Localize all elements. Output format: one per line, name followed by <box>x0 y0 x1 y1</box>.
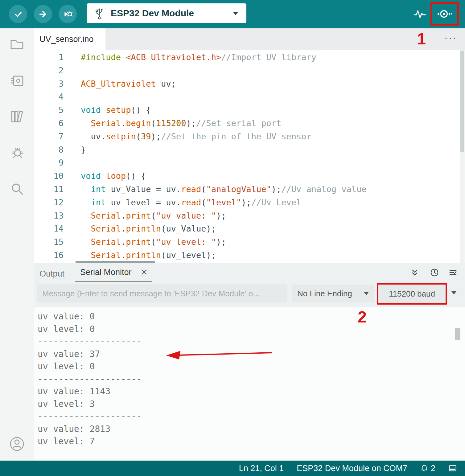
code-line: 11 int uv_Value = uv.read("analogValue")… <box>34 183 460 196</box>
code-line-content: Serial.println(uv_level); <box>64 249 216 262</box>
notification-count: 2 <box>431 464 435 473</box>
code-line-content: Serial.print("uv level: "); <box>64 236 226 249</box>
toggle-panel-button[interactable] <box>448 464 457 472</box>
serial-output-line: uv level: 7 <box>38 435 465 448</box>
cursor-position[interactable]: Ln 21, Col 1 <box>239 464 284 473</box>
code-editor[interactable]: 1#include <ACB_Ultraviolet.h>//Import UV… <box>34 50 460 263</box>
line-number: 14 <box>34 222 64 236</box>
code-line-content: Serial.begin(115200);//Set serial port <box>64 117 281 130</box>
board-port-status[interactable]: ESP32 Dev Module on COM7 <box>297 464 407 473</box>
verify-button[interactable] <box>9 5 27 23</box>
usb-icon <box>95 6 104 20</box>
serial-output-line: uv value: 2813 <box>38 423 465 436</box>
annotation-step2-number: 2 <box>358 308 367 326</box>
upload-button[interactable] <box>34 5 52 23</box>
line-number: 10 <box>34 170 64 183</box>
line-number: 9 <box>34 156 64 170</box>
serial-output[interactable]: uv value: 0uv level: 0------------------… <box>34 307 465 461</box>
line-number: 15 <box>34 236 64 249</box>
statusbar: Ln 21, Col 1 ESP32 Dev Module on COM7 2 <box>0 461 465 476</box>
line-number: 2 <box>34 64 64 77</box>
line-number: 16 <box>34 249 64 262</box>
baud-rate-label: 115200 baud <box>389 289 435 299</box>
tab-output[interactable]: Output <box>39 269 64 279</box>
waveform-icon <box>413 9 427 20</box>
code-line: 8} <box>34 143 460 157</box>
line-ending-dropdown[interactable]: No Line Ending <box>292 285 374 302</box>
line-number: 7 <box>34 130 64 143</box>
line-ending-label: No Line Ending <box>297 289 352 298</box>
serial-monitor-icon <box>437 8 453 20</box>
activity-sidebar <box>0 28 34 461</box>
serial-output-line: uv level: 0 <box>38 360 465 373</box>
code-line-content: uv.setpin(39);//Set the pin of the UV se… <box>64 130 311 143</box>
code-line-content: void setup() { <box>64 104 151 117</box>
serial-output-line: uv level: 0 <box>38 323 465 336</box>
search-icon[interactable] <box>9 181 25 197</box>
library-manager-icon[interactable] <box>9 109 25 125</box>
code-line-content <box>64 64 81 77</box>
serial-output-line: -------------------- <box>38 335 465 348</box>
code-line-content: void loop() { <box>64 170 146 183</box>
toolbar: ESP32 Dev Module <box>0 0 465 28</box>
editor-scrollbar-thumb[interactable] <box>460 51 464 152</box>
code-line-content: Serial.print("uv value: "); <box>64 209 226 223</box>
bell-icon <box>420 464 428 472</box>
sketchbook-folder-icon[interactable] <box>9 36 25 52</box>
line-number: 6 <box>34 117 64 130</box>
code-line: 4 <box>34 90 460 104</box>
line-number: 5 <box>34 104 64 117</box>
tab-uv-sensor-ino[interactable]: UV_sensor.ino <box>34 28 105 50</box>
baud-rate-dropdown[interactable]: 115200 baud <box>377 283 447 305</box>
line-number: 13 <box>34 209 64 223</box>
line-number: 11 <box>34 183 64 196</box>
serial-monitor-button[interactable] <box>437 8 453 20</box>
line-number: 12 <box>34 196 64 209</box>
code-line-content: Serial.println(uv_Value); <box>64 222 216 236</box>
check-icon <box>13 9 23 19</box>
debug-icon <box>63 9 73 19</box>
code-line: 13 Serial.print("uv value: "); <box>34 209 460 223</box>
code-line-content: } <box>64 143 86 157</box>
collapse-panel-icon[interactable] <box>410 268 419 277</box>
code-line-content <box>64 156 81 170</box>
line-number: 1 <box>34 51 64 64</box>
debug-sidebar-icon[interactable] <box>9 144 25 160</box>
code-line-content: #include <ACB_Ultraviolet.h>//Import UV … <box>64 51 316 64</box>
timestamp-icon[interactable] <box>430 268 439 277</box>
code-line: 15 Serial.print("uv level: "); <box>34 236 460 249</box>
tab-serial-monitor[interactable]: Serial Monitor ✕ <box>75 263 152 282</box>
code-line: 9 <box>34 156 460 170</box>
account-icon[interactable] <box>9 436 25 452</box>
line-number: 4 <box>34 90 64 104</box>
serial-plotter-button[interactable] <box>411 6 429 23</box>
code-line: 6 Serial.begin(115200);//Set serial port <box>34 117 460 130</box>
close-icon[interactable]: ✕ <box>141 268 148 277</box>
chevron-down-icon[interactable] <box>451 291 456 294</box>
board-selector[interactable]: ESP32 Dev Module <box>87 3 246 23</box>
code-line: 2 <box>34 64 460 77</box>
serial-output-line: -------------------- <box>38 373 465 386</box>
editor-more-menu[interactable]: ··· <box>444 32 457 43</box>
code-lines: 1#include <ACB_Ultraviolet.h>//Import UV… <box>34 51 460 262</box>
code-line-content <box>64 90 81 104</box>
code-line: 3ACB_Ultraviolet uv; <box>34 77 460 91</box>
code-line-content: int uv_level = uv.read("level");//Uv Lev… <box>64 196 301 209</box>
board-selector-label: ESP32 Dev Module <box>111 8 226 18</box>
notifications-button[interactable]: 2 <box>420 464 435 473</box>
clear-output-icon[interactable] <box>448 268 458 277</box>
code-line: 14 Serial.println(uv_Value); <box>34 222 460 236</box>
debug-button[interactable] <box>59 5 77 23</box>
serial-output-line: uv value: 1143 <box>38 385 465 398</box>
line-number: 8 <box>34 143 64 157</box>
boards-manager-icon[interactable] <box>9 73 25 89</box>
code-line: 7 uv.setpin(39);//Set the pin of the UV … <box>34 130 460 143</box>
serial-output-line: uv value: 0 <box>38 310 465 323</box>
code-line: 5void setup() { <box>34 104 460 117</box>
serial-monitor-tab-label: Serial Monitor <box>80 268 132 277</box>
serial-message-input[interactable] <box>37 285 287 302</box>
code-line: 10void loop() { <box>34 170 460 183</box>
annotation-step1-number: 1 <box>417 30 426 48</box>
code-line: 1#include <ACB_Ultraviolet.h>//Import UV… <box>34 51 460 64</box>
console-scrollbar-thumb[interactable] <box>455 328 460 340</box>
